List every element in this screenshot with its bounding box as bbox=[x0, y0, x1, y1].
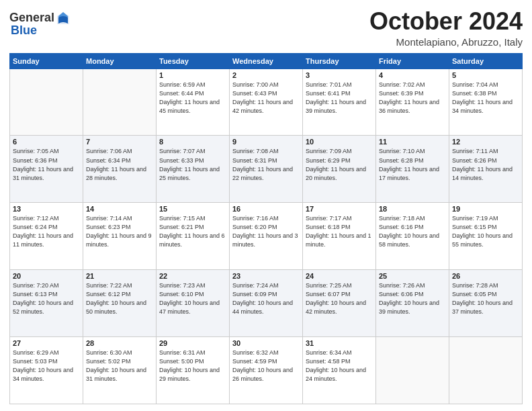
day-info: Sunrise: 7:09 AM Sunset: 6:29 PM Dayligh… bbox=[306, 147, 373, 182]
day-number: 3 bbox=[306, 71, 373, 79]
day-number: 23 bbox=[232, 272, 300, 280]
calendar-cell: 13Sunrise: 7:12 AM Sunset: 6:24 PM Dayli… bbox=[10, 203, 83, 270]
day-number: 18 bbox=[379, 205, 446, 213]
day-info: Sunrise: 6:59 AM Sunset: 6:44 PM Dayligh… bbox=[159, 81, 226, 116]
weekday-header: Saturday bbox=[449, 53, 523, 68]
calendar-cell: 12Sunrise: 7:11 AM Sunset: 6:26 PM Dayli… bbox=[449, 136, 523, 203]
calendar-cell bbox=[10, 68, 83, 136]
day-info: Sunrise: 7:04 AM Sunset: 6:38 PM Dayligh… bbox=[452, 81, 519, 116]
day-info: Sunrise: 7:12 AM Sunset: 6:24 PM Dayligh… bbox=[13, 214, 80, 249]
calendar-cell: 1Sunrise: 6:59 AM Sunset: 6:44 PM Daylig… bbox=[157, 68, 230, 136]
calendar-cell: 14Sunrise: 7:14 AM Sunset: 6:23 PM Dayli… bbox=[83, 203, 157, 270]
day-info: Sunrise: 7:10 AM Sunset: 6:28 PM Dayligh… bbox=[379, 147, 446, 182]
calendar-cell: 7Sunrise: 7:06 AM Sunset: 6:34 PM Daylig… bbox=[83, 136, 157, 203]
calendar-cell: 27Sunrise: 6:29 AM Sunset: 5:03 PM Dayli… bbox=[10, 337, 83, 404]
day-info: Sunrise: 7:11 AM Sunset: 6:26 PM Dayligh… bbox=[452, 147, 519, 182]
calendar-cell: 10Sunrise: 7:09 AM Sunset: 6:29 PM Dayli… bbox=[303, 136, 376, 203]
calendar-cell bbox=[449, 337, 523, 404]
weekday-header: Thursday bbox=[303, 53, 376, 68]
logo-icon bbox=[56, 11, 71, 26]
calendar-week-row: 1Sunrise: 6:59 AM Sunset: 6:44 PM Daylig… bbox=[10, 68, 523, 136]
day-number: 2 bbox=[232, 71, 300, 79]
calendar-cell: 5Sunrise: 7:04 AM Sunset: 6:38 PM Daylig… bbox=[449, 68, 523, 136]
calendar-cell bbox=[376, 337, 449, 404]
calendar-page: General Blue October 2024 Montelapiano, … bbox=[0, 0, 532, 411]
month-title: October 2024 bbox=[369, 8, 523, 35]
calendar-cell: 6Sunrise: 7:05 AM Sunset: 6:36 PM Daylig… bbox=[10, 136, 83, 203]
day-info: Sunrise: 7:06 AM Sunset: 6:34 PM Dayligh… bbox=[86, 147, 153, 182]
calendar-cell: 29Sunrise: 6:31 AM Sunset: 5:00 PM Dayli… bbox=[157, 337, 230, 404]
calendar-cell: 26Sunrise: 7:28 AM Sunset: 6:05 PM Dayli… bbox=[449, 270, 523, 337]
day-number: 13 bbox=[13, 205, 80, 213]
day-number: 21 bbox=[86, 272, 153, 280]
day-info: Sunrise: 7:23 AM Sunset: 6:10 PM Dayligh… bbox=[159, 281, 226, 316]
calendar-cell: 9Sunrise: 7:08 AM Sunset: 6:31 PM Daylig… bbox=[230, 136, 303, 203]
day-info: Sunrise: 7:19 AM Sunset: 6:15 PM Dayligh… bbox=[452, 214, 519, 249]
day-number: 22 bbox=[159, 272, 226, 280]
day-info: Sunrise: 7:15 AM Sunset: 6:21 PM Dayligh… bbox=[159, 214, 226, 249]
day-info: Sunrise: 7:14 AM Sunset: 6:23 PM Dayligh… bbox=[86, 214, 153, 249]
day-info: Sunrise: 6:32 AM Sunset: 4:59 PM Dayligh… bbox=[232, 349, 300, 383]
day-number: 1 bbox=[159, 71, 226, 79]
calendar-week-row: 6Sunrise: 7:05 AM Sunset: 6:36 PM Daylig… bbox=[10, 136, 523, 203]
weekday-header: Wednesday bbox=[230, 53, 303, 68]
day-number: 5 bbox=[452, 71, 519, 79]
day-number: 24 bbox=[306, 272, 373, 280]
header: General Blue October 2024 Montelapiano, … bbox=[9, 8, 523, 48]
day-number: 26 bbox=[452, 272, 519, 280]
day-number: 15 bbox=[159, 205, 226, 213]
logo-general-text: General bbox=[9, 11, 54, 25]
day-info: Sunrise: 7:22 AM Sunset: 6:12 PM Dayligh… bbox=[86, 281, 153, 316]
calendar-cell: 25Sunrise: 7:26 AM Sunset: 6:06 PM Dayli… bbox=[376, 270, 449, 337]
day-info: Sunrise: 6:29 AM Sunset: 5:03 PM Dayligh… bbox=[13, 349, 80, 383]
weekday-header: Sunday bbox=[10, 53, 83, 68]
calendar-cell: 30Sunrise: 6:32 AM Sunset: 4:59 PM Dayli… bbox=[230, 337, 303, 404]
day-info: Sunrise: 7:24 AM Sunset: 6:09 PM Dayligh… bbox=[232, 281, 300, 316]
day-number: 25 bbox=[379, 272, 446, 280]
calendar-cell: 24Sunrise: 7:25 AM Sunset: 6:07 PM Dayli… bbox=[303, 270, 376, 337]
day-info: Sunrise: 6:31 AM Sunset: 5:00 PM Dayligh… bbox=[159, 349, 226, 383]
calendar-cell: 15Sunrise: 7:15 AM Sunset: 6:21 PM Dayli… bbox=[157, 203, 230, 270]
day-number: 30 bbox=[232, 339, 300, 347]
logo: General Blue bbox=[9, 11, 71, 38]
location-title: Montelapiano, Abruzzo, Italy bbox=[369, 36, 523, 48]
calendar-cell: 28Sunrise: 6:30 AM Sunset: 5:02 PM Dayli… bbox=[83, 337, 157, 404]
calendar-cell: 11Sunrise: 7:10 AM Sunset: 6:28 PM Dayli… bbox=[376, 136, 449, 203]
calendar-cell: 2Sunrise: 7:00 AM Sunset: 6:43 PM Daylig… bbox=[230, 68, 303, 136]
day-info: Sunrise: 7:20 AM Sunset: 6:13 PM Dayligh… bbox=[13, 281, 80, 316]
calendar-week-row: 20Sunrise: 7:20 AM Sunset: 6:13 PM Dayli… bbox=[10, 270, 523, 337]
calendar-cell: 16Sunrise: 7:16 AM Sunset: 6:20 PM Dayli… bbox=[230, 203, 303, 270]
day-number: 28 bbox=[86, 339, 153, 347]
day-info: Sunrise: 7:02 AM Sunset: 6:39 PM Dayligh… bbox=[379, 81, 446, 116]
calendar-cell: 31Sunrise: 6:34 AM Sunset: 4:58 PM Dayli… bbox=[303, 337, 376, 404]
day-info: Sunrise: 7:16 AM Sunset: 6:20 PM Dayligh… bbox=[232, 214, 300, 249]
day-info: Sunrise: 6:30 AM Sunset: 5:02 PM Dayligh… bbox=[86, 349, 153, 383]
day-number: 8 bbox=[159, 138, 226, 146]
day-info: Sunrise: 7:00 AM Sunset: 6:43 PM Dayligh… bbox=[232, 81, 300, 116]
day-info: Sunrise: 7:05 AM Sunset: 6:36 PM Dayligh… bbox=[13, 147, 80, 182]
day-number: 7 bbox=[86, 138, 153, 146]
day-number: 10 bbox=[306, 138, 373, 146]
calendar-table: SundayMondayTuesdayWednesdayThursdayFrid… bbox=[9, 53, 523, 404]
logo-blue-text: Blue bbox=[11, 24, 71, 38]
weekday-header: Monday bbox=[83, 53, 157, 68]
calendar-cell: 8Sunrise: 7:07 AM Sunset: 6:33 PM Daylig… bbox=[157, 136, 230, 203]
day-info: Sunrise: 7:17 AM Sunset: 6:18 PM Dayligh… bbox=[306, 214, 373, 249]
calendar-cell: 23Sunrise: 7:24 AM Sunset: 6:09 PM Dayli… bbox=[230, 270, 303, 337]
day-number: 17 bbox=[306, 205, 373, 213]
day-number: 6 bbox=[13, 138, 80, 146]
day-info: Sunrise: 7:18 AM Sunset: 6:16 PM Dayligh… bbox=[379, 214, 446, 249]
calendar-cell: 22Sunrise: 7:23 AM Sunset: 6:10 PM Dayli… bbox=[157, 270, 230, 337]
calendar-cell: 20Sunrise: 7:20 AM Sunset: 6:13 PM Dayli… bbox=[10, 270, 83, 337]
calendar-week-row: 27Sunrise: 6:29 AM Sunset: 5:03 PM Dayli… bbox=[10, 337, 523, 404]
calendar-cell: 19Sunrise: 7:19 AM Sunset: 6:15 PM Dayli… bbox=[449, 203, 523, 270]
day-info: Sunrise: 6:34 AM Sunset: 4:58 PM Dayligh… bbox=[306, 349, 373, 383]
day-info: Sunrise: 7:08 AM Sunset: 6:31 PM Dayligh… bbox=[232, 147, 300, 182]
weekday-header: Tuesday bbox=[157, 53, 230, 68]
day-number: 11 bbox=[379, 138, 446, 146]
day-number: 19 bbox=[452, 205, 519, 213]
day-number: 16 bbox=[232, 205, 300, 213]
calendar-cell: 17Sunrise: 7:17 AM Sunset: 6:18 PM Dayli… bbox=[303, 203, 376, 270]
calendar-cell: 3Sunrise: 7:01 AM Sunset: 6:41 PM Daylig… bbox=[303, 68, 376, 136]
calendar-cell: 21Sunrise: 7:22 AM Sunset: 6:12 PM Dayli… bbox=[83, 270, 157, 337]
